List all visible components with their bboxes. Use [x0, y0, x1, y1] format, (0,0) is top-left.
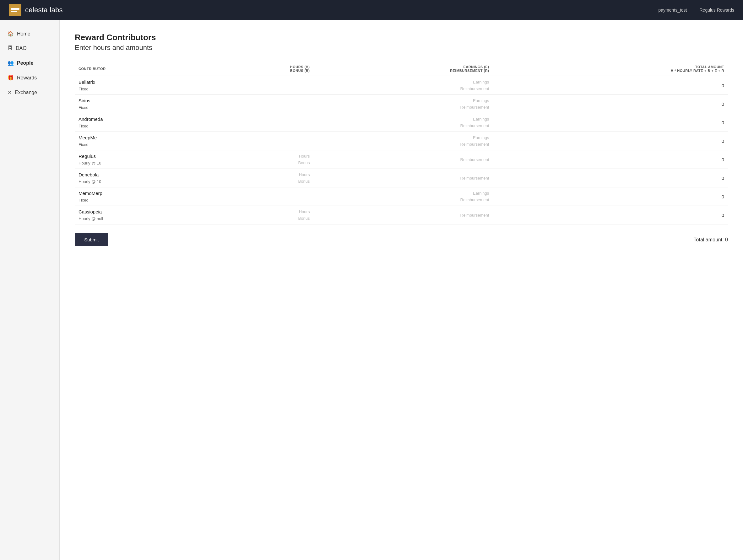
- top-bar-right: payments_test Regulus Rewards: [658, 7, 734, 12]
- page-title: Reward Contributors: [75, 33, 728, 42]
- contributor-name: Cassiopeia: [79, 209, 205, 215]
- earnings-reimb-cell: Reimbursement: [313, 169, 493, 187]
- page-subtitle: Enter hours and amounts: [75, 44, 728, 52]
- total-cell: 0: [493, 150, 728, 169]
- total-cell: 0: [493, 169, 728, 187]
- earnings-reimb-cell: Reimbursement: [313, 206, 493, 225]
- contributor-name: Denebola: [79, 172, 205, 177]
- earnings-placeholder: Earnings: [473, 98, 489, 103]
- svg-rect-0: [9, 4, 21, 16]
- contributor-type: Fixed: [79, 87, 205, 91]
- reward-table: CONTRIBUTOR HOURS (H)BONUS (B) EARNINGS …: [75, 62, 728, 225]
- svg-rect-2: [11, 11, 17, 12]
- table-row: Regulus Hourly @ 10 Hours Bonus Reimburs…: [75, 150, 728, 169]
- contributor-name: Sirius: [79, 98, 205, 103]
- top-bar: celesta labs payments_test Regulus Rewar…: [0, 0, 743, 20]
- total-cell: 0: [493, 132, 728, 150]
- exchange-icon: ✕: [7, 89, 12, 95]
- sidebar-item-home[interactable]: 🏠 Home: [0, 27, 59, 41]
- reimb-placeholder: Reimbursement: [461, 123, 489, 128]
- contributor-name: Andromeda: [79, 116, 205, 122]
- bonus-placeholder: Bonus: [298, 179, 310, 184]
- total-amount-label: Total amount: 0: [694, 237, 728, 243]
- sidebar-item-exchange[interactable]: ✕ Exchange: [0, 85, 59, 100]
- hours-bonus-cell: [209, 95, 314, 113]
- sidebar-label-dao: DAO: [16, 46, 27, 51]
- contributor-cell: Andromeda Fixed: [75, 113, 209, 132]
- earnings-placeholder: Earnings: [473, 117, 489, 122]
- contributor-type: Hourly @ 10: [79, 179, 205, 184]
- project-label: Regulus Rewards: [700, 7, 735, 12]
- workspace-label: payments_test: [658, 7, 687, 12]
- contributor-type: Hourly @ 10: [79, 161, 205, 166]
- contributor-type: Fixed: [79, 198, 205, 202]
- home-icon: 🏠: [7, 31, 14, 37]
- col-contributor: CONTRIBUTOR: [75, 62, 209, 76]
- contributor-cell: MemoMerp Fixed: [75, 187, 209, 206]
- total-cell: 0: [493, 95, 728, 113]
- hours-bonus-cell: Hours Bonus: [209, 169, 314, 187]
- hours-bonus-cell: Hours Bonus: [209, 206, 314, 225]
- contributor-type: Fixed: [79, 105, 205, 110]
- sidebar: 🏠 Home 🗄 DAO 👥 People 🎁 Rewards ✕ Exchan…: [0, 20, 60, 560]
- sidebar-item-people[interactable]: 👥 People: [0, 55, 59, 70]
- contributor-name: MemoMerp: [79, 191, 205, 196]
- logo-area: celesta labs: [9, 4, 63, 16]
- earnings-placeholder: Earnings: [473, 135, 489, 140]
- sidebar-label-home: Home: [17, 31, 31, 37]
- earnings-placeholder: Earnings: [473, 80, 489, 85]
- table-row: MeepMe Fixed EarningsReimbursement0: [75, 132, 728, 150]
- rewards-icon: 🎁: [7, 75, 14, 81]
- earnings-reimb-cell: EarningsReimbursement: [313, 76, 493, 95]
- col-hours-bonus: HOURS (H)BONUS (B): [209, 62, 314, 76]
- earnings-reimb-cell: EarningsReimbursement: [313, 132, 493, 150]
- hours-placeholder: Hours: [299, 172, 310, 177]
- table-row: Cassiopeia Hourly @ null Hours Bonus Rei…: [75, 206, 728, 225]
- contributor-type: Hourly @ null: [79, 216, 205, 221]
- hours-bonus-cell: [209, 187, 314, 206]
- bonus-placeholder: Bonus: [298, 160, 310, 165]
- table-row: Bellatrix Fixed EarningsReimbursement0: [75, 76, 728, 95]
- contributor-name: Bellatrix: [79, 80, 205, 85]
- hours-bonus-cell: [209, 132, 314, 150]
- sidebar-item-dao[interactable]: 🗄 DAO: [0, 41, 59, 55]
- svg-rect-1: [11, 8, 19, 10]
- total-cell: 0: [493, 113, 728, 132]
- people-icon: 👥: [7, 60, 14, 66]
- col-earnings-reimb: EARNINGS (E)REIMBURSEMENT (R): [313, 62, 493, 76]
- table-row: MemoMerp Fixed EarningsReimbursement0: [75, 187, 728, 206]
- contributor-cell: Cassiopeia Hourly @ null: [75, 206, 209, 225]
- hours-placeholder: Hours: [299, 209, 310, 214]
- footer-area: Submit Total amount: 0: [75, 233, 728, 246]
- earnings-reimb-cell: EarningsReimbursement: [313, 95, 493, 113]
- contributor-cell: Denebola Hourly @ 10: [75, 169, 209, 187]
- hours-bonus-cell: [209, 76, 314, 95]
- contributor-type: Fixed: [79, 124, 205, 128]
- app-title: celesta labs: [25, 6, 63, 14]
- earnings-reimb-cell: Reimbursement: [313, 150, 493, 169]
- total-cell: 0: [493, 206, 728, 225]
- reimb-placeholder: Reimbursement: [461, 142, 489, 147]
- col-total: TOTAL AMOUNTH * HOURLY RATE + B + E + R: [493, 62, 728, 76]
- contributor-type: Fixed: [79, 142, 205, 147]
- hours-bonus-cell: [209, 113, 314, 132]
- sidebar-label-exchange: Exchange: [15, 90, 37, 95]
- reimb-placeholder: Reimbursement: [461, 105, 489, 109]
- reimb-placeholder: Reimbursement: [461, 213, 489, 218]
- sidebar-label-people: People: [17, 60, 33, 66]
- bonus-placeholder: Bonus: [298, 216, 310, 221]
- logo-icon: [9, 4, 21, 16]
- total-cell: 0: [493, 76, 728, 95]
- submit-button[interactable]: Submit: [75, 233, 108, 246]
- total-cell: 0: [493, 187, 728, 206]
- table-row: Andromeda Fixed EarningsReimbursement0: [75, 113, 728, 132]
- sidebar-item-rewards[interactable]: 🎁 Rewards: [0, 70, 59, 85]
- hours-bonus-cell: Hours Bonus: [209, 150, 314, 169]
- contributor-name: Regulus: [79, 153, 205, 159]
- contributor-cell: Regulus Hourly @ 10: [75, 150, 209, 169]
- sidebar-label-rewards: Rewards: [17, 75, 37, 81]
- table-row: Denebola Hourly @ 10 Hours Bonus Reimbur…: [75, 169, 728, 187]
- table-row: Sirius Fixed EarningsReimbursement0: [75, 95, 728, 113]
- hours-placeholder: Hours: [299, 154, 310, 158]
- reimb-placeholder: Reimbursement: [461, 86, 489, 91]
